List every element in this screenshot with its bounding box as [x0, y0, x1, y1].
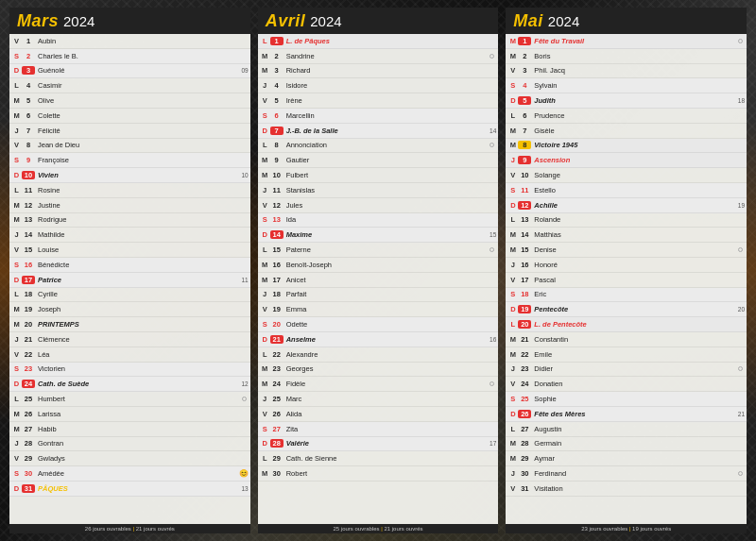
week-number: 10 [241, 172, 248, 178]
day-row: V3Phil. Jacq [506, 64, 747, 79]
day-name: Léa [35, 350, 249, 359]
day-name: Humbert [35, 395, 240, 403]
day-letter: V [507, 276, 518, 284]
day-row: V26Alida [258, 407, 499, 422]
day-letter: V [11, 454, 22, 463]
day-num: 9 [22, 156, 35, 164]
day-name: Zita [284, 425, 497, 433]
day-letter: M [507, 127, 518, 135]
day-num: 2 [518, 52, 531, 60]
day-row: M6Colette [9, 109, 250, 124]
week-number: 19 [738, 202, 745, 209]
day-name: Anicet [284, 276, 497, 284]
day-letter: J [260, 186, 270, 194]
day-row: J23Didier [506, 363, 747, 378]
week-number: 18 [738, 97, 745, 104]
day-name: Gisèle [531, 127, 745, 135]
day-letter: M [11, 320, 22, 329]
day-letter: J [11, 439, 22, 448]
week-number: 20 [738, 306, 745, 313]
day-num: 23 [518, 364, 531, 373]
day-row: D21Anselme16 [258, 332, 499, 347]
day-name: Pascal [531, 276, 745, 284]
day-row: J25Marc [258, 392, 499, 407]
day-row: S27Zita [258, 422, 499, 437]
day-letter: J [507, 469, 518, 478]
day-letter: M [507, 335, 518, 344]
day-name: Marc [284, 395, 497, 403]
day-name: Parfait [284, 290, 497, 298]
day-name: Colette [35, 111, 249, 120]
day-row: L20L. de Pentecôte [506, 317, 747, 332]
day-name: Valérie [284, 439, 487, 448]
day-num: 3 [22, 66, 35, 75]
day-name: Ida [284, 215, 497, 224]
month-header-0: Mars2024 [9, 8, 250, 34]
day-name: Gontran [35, 439, 249, 448]
day-row: S30Amédée😊 [9, 466, 250, 482]
day-row: L29Cath. de Sienne [258, 451, 499, 466]
day-num: 18 [270, 290, 284, 298]
day-row: M14Matthias [506, 228, 747, 243]
day-num: 6 [22, 111, 35, 120]
day-name: J.-B. de la Salle [284, 127, 487, 135]
day-num: 4 [270, 81, 284, 90]
day-row: S11Estello [506, 183, 747, 198]
day-name: Patrice [35, 276, 238, 284]
day-letter: D [11, 66, 22, 75]
day-row: J9Ascension [506, 153, 747, 168]
day-num: 30 [22, 469, 35, 478]
week-number: 14 [490, 127, 496, 134]
day-num: 22 [22, 350, 35, 359]
day-letter: J [260, 81, 270, 90]
day-num: 26 [518, 410, 531, 418]
day-letter: J [507, 364, 518, 373]
day-row: D28Valérie17 [258, 437, 499, 452]
day-name: Emile [531, 350, 745, 359]
day-name: Ferdinand [531, 469, 736, 478]
day-row: D24Cath. de Suède12 [9, 377, 250, 392]
day-name: Jean de Dieu [35, 141, 249, 149]
day-row: M26Larissa [9, 407, 250, 422]
day-row: J21Clémence [9, 332, 250, 347]
day-letter: V [260, 305, 270, 313]
day-name: Denise [531, 245, 736, 254]
day-row: S23Victorien [9, 363, 250, 378]
day-num: 1 [270, 37, 284, 45]
day-num: 19 [22, 305, 35, 313]
day-letter: M [11, 96, 22, 105]
day-name: Larissa [35, 410, 249, 418]
week-number: 12 [241, 380, 248, 387]
day-num: 7 [518, 127, 531, 135]
day-letter: D [507, 305, 518, 313]
day-num: 12 [518, 201, 531, 210]
day-num: 31 [518, 484, 531, 493]
day-row: J16Honoré [506, 258, 747, 273]
day-num: 13 [270, 215, 284, 224]
day-num: 27 [518, 425, 531, 433]
day-num: 20 [270, 320, 284, 329]
day-num: 28 [270, 439, 284, 448]
day-row: S6Marcellin [258, 109, 499, 124]
day-letter: D [507, 410, 518, 418]
month-name: Mai [513, 11, 543, 31]
day-name: Alexandre [284, 350, 497, 359]
day-num: 6 [518, 111, 531, 120]
day-num: 15 [518, 245, 531, 254]
day-row: J18Parfait [258, 288, 499, 303]
day-letter: L [11, 395, 22, 403]
day-row: J14Mathilde [9, 228, 250, 243]
day-name: Visitation [531, 484, 745, 493]
dot-indicator [738, 471, 743, 476]
day-name: Louise [35, 245, 249, 254]
footer-divider: | [381, 526, 383, 532]
day-letter: V [507, 380, 518, 388]
day-letter: M [507, 141, 518, 149]
day-letter: M [507, 439, 518, 448]
day-name: Vivien [35, 171, 238, 179]
day-letter: J [260, 290, 270, 298]
day-name: L. de Pâques [284, 37, 497, 45]
month-footer: 26 jours ouvrables | 21 jours ouvrés [9, 524, 250, 533]
day-row: M3Richard [258, 64, 499, 79]
day-num: 29 [518, 454, 531, 463]
